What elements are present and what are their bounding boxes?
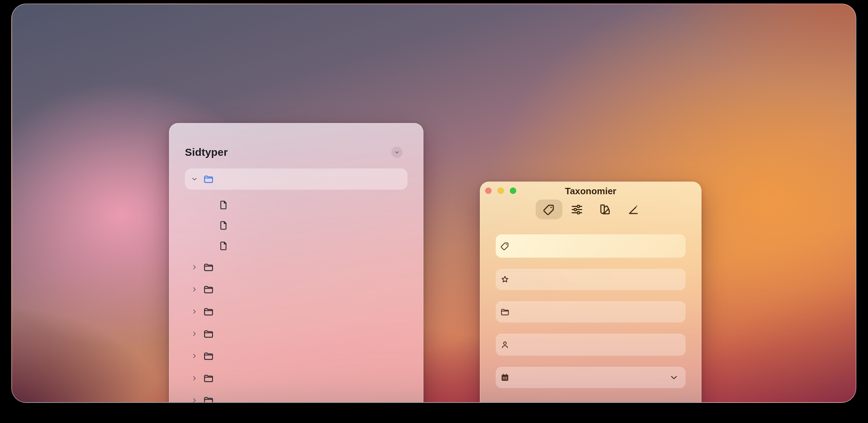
swatches-icon — [598, 203, 611, 216]
chevron-right-icon — [191, 330, 198, 337]
device-frame: Sidtyper Taxonomier — [0, 0, 868, 423]
tag-icon — [543, 203, 555, 216]
toolbar-tab-sliders[interactable] — [563, 200, 590, 219]
chevron-right-icon — [191, 308, 198, 315]
file-icon — [218, 220, 229, 231]
sidtyper-panel: Sidtyper — [169, 123, 423, 403]
folder-icon — [203, 174, 214, 184]
tree-item-du-har-mail[interactable] — [185, 235, 408, 256]
pencil-line-icon — [626, 203, 639, 216]
window-title: Taxonomier — [480, 182, 701, 200]
chevron-down-icon — [669, 373, 679, 382]
folder-icon — [203, 351, 214, 361]
page-type-tree — [185, 168, 408, 403]
folder-icon — [500, 307, 510, 317]
tree-item-filmbolag[interactable] — [185, 323, 408, 345]
folder-icon — [203, 373, 214, 384]
tag-icon — [500, 241, 510, 251]
sliders-icon — [571, 203, 583, 216]
taxonomy-toolbar — [480, 200, 701, 219]
folder-icon — [203, 306, 214, 317]
star-icon — [500, 275, 510, 284]
toolbar-tab-pencil-line[interactable] — [619, 200, 646, 219]
field-publiceringsdatum[interactable] — [496, 367, 686, 388]
chevron-right-icon — [191, 264, 198, 271]
tree-item-artiklar[interactable] — [185, 367, 408, 389]
toolbar-tab-tag[interactable] — [536, 200, 562, 219]
panel-title: Sidtyper — [185, 146, 228, 158]
folder-icon — [203, 262, 214, 272]
desktop-wallpaper: Sidtyper Taxonomier — [11, 4, 856, 403]
tree-item-n-tet[interactable] — [185, 215, 408, 235]
tree-item-hackers[interactable] — [185, 195, 408, 215]
tree-item-regiss-rer[interactable] — [185, 300, 408, 323]
calendar-icon — [500, 373, 510, 382]
file-icon — [218, 200, 229, 210]
tree-item-filmer[interactable] — [185, 168, 408, 190]
folder-icon — [203, 329, 214, 339]
field-v-lj-en-eller-flera-kategorier[interactable] — [496, 301, 686, 323]
sidtyper-header: Sidtyper — [185, 144, 408, 161]
chevron-right-icon — [191, 375, 198, 382]
folder-icon — [203, 284, 214, 295]
collapse-panel-button[interactable] — [391, 147, 403, 158]
chevron-right-icon — [191, 286, 198, 293]
toolbar-tab-swatches[interactable] — [591, 200, 618, 219]
taxonomy-fields — [496, 234, 686, 388]
field-skapa-v-lj-tagg[interactable] — [496, 234, 686, 258]
file-icon — [218, 241, 229, 251]
taxonomier-window: Taxonomier — [480, 182, 701, 403]
folder-icon — [203, 395, 214, 403]
field-v-lj-m-lgrupp[interactable] — [496, 269, 686, 290]
tree-item-producenter[interactable] — [185, 278, 408, 300]
tree-item-streamingtj-nster[interactable] — [185, 345, 408, 367]
chevron-right-icon — [191, 397, 198, 403]
chevron-down-icon — [191, 176, 198, 183]
tree-item-sk-despelare[interactable] — [185, 256, 408, 278]
chevron-right-icon — [191, 352, 198, 360]
window-titlebar: Taxonomier — [480, 182, 701, 200]
chevron-down-icon — [394, 149, 400, 155]
field-v-lj-f-rfattare[interactable] — [496, 334, 686, 356]
tree-item-recensioner[interactable] — [185, 389, 408, 403]
person-icon — [500, 340, 510, 349]
